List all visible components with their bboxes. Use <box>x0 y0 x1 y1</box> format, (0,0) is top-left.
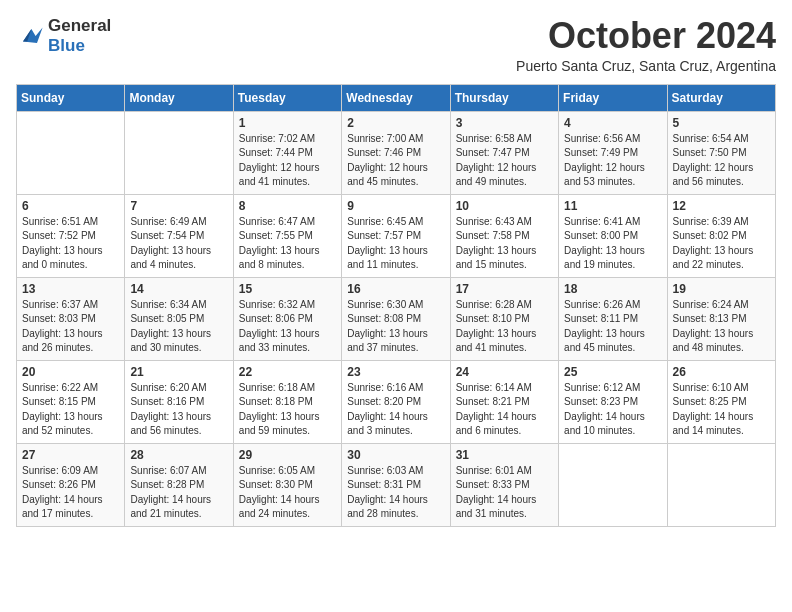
day-number: 14 <box>130 282 227 296</box>
day-number: 10 <box>456 199 553 213</box>
calendar-cell <box>667 443 775 526</box>
day-info: Sunrise: 6:45 AM Sunset: 7:57 PM Dayligh… <box>347 215 444 273</box>
calendar-cell: 31Sunrise: 6:01 AM Sunset: 8:33 PM Dayli… <box>450 443 558 526</box>
day-info: Sunrise: 7:00 AM Sunset: 7:46 PM Dayligh… <box>347 132 444 190</box>
logo: General Blue <box>16 16 111 55</box>
day-number: 25 <box>564 365 661 379</box>
calendar-cell <box>125 111 233 194</box>
calendar-cell: 18Sunrise: 6:26 AM Sunset: 8:11 PM Dayli… <box>559 277 667 360</box>
day-info: Sunrise: 6:37 AM Sunset: 8:03 PM Dayligh… <box>22 298 119 356</box>
day-number: 19 <box>673 282 770 296</box>
day-info: Sunrise: 6:22 AM Sunset: 8:15 PM Dayligh… <box>22 381 119 439</box>
day-info: Sunrise: 6:41 AM Sunset: 8:00 PM Dayligh… <box>564 215 661 273</box>
calendar-cell: 14Sunrise: 6:34 AM Sunset: 8:05 PM Dayli… <box>125 277 233 360</box>
calendar-cell: 6Sunrise: 6:51 AM Sunset: 7:52 PM Daylig… <box>17 194 125 277</box>
calendar-cell: 17Sunrise: 6:28 AM Sunset: 8:10 PM Dayli… <box>450 277 558 360</box>
calendar-cell: 2Sunrise: 7:00 AM Sunset: 7:46 PM Daylig… <box>342 111 450 194</box>
day-info: Sunrise: 6:07 AM Sunset: 8:28 PM Dayligh… <box>130 464 227 522</box>
calendar-cell: 15Sunrise: 6:32 AM Sunset: 8:06 PM Dayli… <box>233 277 341 360</box>
calendar-cell: 11Sunrise: 6:41 AM Sunset: 8:00 PM Dayli… <box>559 194 667 277</box>
day-number: 17 <box>456 282 553 296</box>
calendar-cell: 16Sunrise: 6:30 AM Sunset: 8:08 PM Dayli… <box>342 277 450 360</box>
day-number: 9 <box>347 199 444 213</box>
calendar-cell: 27Sunrise: 6:09 AM Sunset: 8:26 PM Dayli… <box>17 443 125 526</box>
day-number: 1 <box>239 116 336 130</box>
day-number: 26 <box>673 365 770 379</box>
day-number: 3 <box>456 116 553 130</box>
calendar-cell: 4Sunrise: 6:56 AM Sunset: 7:49 PM Daylig… <box>559 111 667 194</box>
day-number: 24 <box>456 365 553 379</box>
calendar-week-1: 1Sunrise: 7:02 AM Sunset: 7:44 PM Daylig… <box>17 111 776 194</box>
weekday-header-saturday: Saturday <box>667 84 775 111</box>
calendar-cell: 10Sunrise: 6:43 AM Sunset: 7:58 PM Dayli… <box>450 194 558 277</box>
calendar-week-3: 13Sunrise: 6:37 AM Sunset: 8:03 PM Dayli… <box>17 277 776 360</box>
day-info: Sunrise: 6:14 AM Sunset: 8:21 PM Dayligh… <box>456 381 553 439</box>
calendar-week-4: 20Sunrise: 6:22 AM Sunset: 8:15 PM Dayli… <box>17 360 776 443</box>
day-info: Sunrise: 6:20 AM Sunset: 8:16 PM Dayligh… <box>130 381 227 439</box>
day-number: 31 <box>456 448 553 462</box>
day-info: Sunrise: 6:34 AM Sunset: 8:05 PM Dayligh… <box>130 298 227 356</box>
calendar-cell: 25Sunrise: 6:12 AM Sunset: 8:23 PM Dayli… <box>559 360 667 443</box>
day-number: 6 <box>22 199 119 213</box>
day-info: Sunrise: 6:12 AM Sunset: 8:23 PM Dayligh… <box>564 381 661 439</box>
day-number: 12 <box>673 199 770 213</box>
day-number: 18 <box>564 282 661 296</box>
day-info: Sunrise: 6:09 AM Sunset: 8:26 PM Dayligh… <box>22 464 119 522</box>
day-number: 13 <box>22 282 119 296</box>
calendar-week-2: 6Sunrise: 6:51 AM Sunset: 7:52 PM Daylig… <box>17 194 776 277</box>
calendar-cell: 24Sunrise: 6:14 AM Sunset: 8:21 PM Dayli… <box>450 360 558 443</box>
day-number: 11 <box>564 199 661 213</box>
calendar-cell: 19Sunrise: 6:24 AM Sunset: 8:13 PM Dayli… <box>667 277 775 360</box>
day-info: Sunrise: 6:28 AM Sunset: 8:10 PM Dayligh… <box>456 298 553 356</box>
calendar-cell: 29Sunrise: 6:05 AM Sunset: 8:30 PM Dayli… <box>233 443 341 526</box>
calendar-cell: 30Sunrise: 6:03 AM Sunset: 8:31 PM Dayli… <box>342 443 450 526</box>
calendar-cell: 8Sunrise: 6:47 AM Sunset: 7:55 PM Daylig… <box>233 194 341 277</box>
day-info: Sunrise: 6:03 AM Sunset: 8:31 PM Dayligh… <box>347 464 444 522</box>
day-info: Sunrise: 6:30 AM Sunset: 8:08 PM Dayligh… <box>347 298 444 356</box>
weekday-header-sunday: Sunday <box>17 84 125 111</box>
day-info: Sunrise: 6:43 AM Sunset: 7:58 PM Dayligh… <box>456 215 553 273</box>
day-info: Sunrise: 7:02 AM Sunset: 7:44 PM Dayligh… <box>239 132 336 190</box>
calendar-cell <box>559 443 667 526</box>
day-info: Sunrise: 6:26 AM Sunset: 8:11 PM Dayligh… <box>564 298 661 356</box>
day-number: 27 <box>22 448 119 462</box>
calendar-cell: 9Sunrise: 6:45 AM Sunset: 7:57 PM Daylig… <box>342 194 450 277</box>
day-number: 16 <box>347 282 444 296</box>
day-number: 21 <box>130 365 227 379</box>
weekday-header-wednesday: Wednesday <box>342 84 450 111</box>
weekday-header-friday: Friday <box>559 84 667 111</box>
page-header: General Blue October 2024 Puerto Santa C… <box>16 16 776 74</box>
day-info: Sunrise: 6:32 AM Sunset: 8:06 PM Dayligh… <box>239 298 336 356</box>
day-number: 23 <box>347 365 444 379</box>
calendar-cell: 26Sunrise: 6:10 AM Sunset: 8:25 PM Dayli… <box>667 360 775 443</box>
day-number: 4 <box>564 116 661 130</box>
calendar-cell: 28Sunrise: 6:07 AM Sunset: 8:28 PM Dayli… <box>125 443 233 526</box>
day-number: 7 <box>130 199 227 213</box>
weekday-header-thursday: Thursday <box>450 84 558 111</box>
day-number: 15 <box>239 282 336 296</box>
day-info: Sunrise: 6:18 AM Sunset: 8:18 PM Dayligh… <box>239 381 336 439</box>
calendar-table: SundayMondayTuesdayWednesdayThursdayFrid… <box>16 84 776 527</box>
logo-bird-icon <box>16 22 44 50</box>
day-number: 30 <box>347 448 444 462</box>
day-info: Sunrise: 6:47 AM Sunset: 7:55 PM Dayligh… <box>239 215 336 273</box>
day-info: Sunrise: 6:10 AM Sunset: 8:25 PM Dayligh… <box>673 381 770 439</box>
calendar-cell: 21Sunrise: 6:20 AM Sunset: 8:16 PM Dayli… <box>125 360 233 443</box>
day-number: 8 <box>239 199 336 213</box>
location-subtitle: Puerto Santa Cruz, Santa Cruz, Argentina <box>516 58 776 74</box>
calendar-cell: 22Sunrise: 6:18 AM Sunset: 8:18 PM Dayli… <box>233 360 341 443</box>
day-info: Sunrise: 6:51 AM Sunset: 7:52 PM Dayligh… <box>22 215 119 273</box>
day-number: 29 <box>239 448 336 462</box>
day-number: 5 <box>673 116 770 130</box>
calendar-week-5: 27Sunrise: 6:09 AM Sunset: 8:26 PM Dayli… <box>17 443 776 526</box>
calendar-cell: 7Sunrise: 6:49 AM Sunset: 7:54 PM Daylig… <box>125 194 233 277</box>
day-info: Sunrise: 6:16 AM Sunset: 8:20 PM Dayligh… <box>347 381 444 439</box>
calendar-cell: 23Sunrise: 6:16 AM Sunset: 8:20 PM Dayli… <box>342 360 450 443</box>
day-info: Sunrise: 6:24 AM Sunset: 8:13 PM Dayligh… <box>673 298 770 356</box>
day-number: 22 <box>239 365 336 379</box>
day-info: Sunrise: 6:05 AM Sunset: 8:30 PM Dayligh… <box>239 464 336 522</box>
calendar-cell: 3Sunrise: 6:58 AM Sunset: 7:47 PM Daylig… <box>450 111 558 194</box>
weekday-header-row: SundayMondayTuesdayWednesdayThursdayFrid… <box>17 84 776 111</box>
calendar-cell: 1Sunrise: 7:02 AM Sunset: 7:44 PM Daylig… <box>233 111 341 194</box>
weekday-header-monday: Monday <box>125 84 233 111</box>
